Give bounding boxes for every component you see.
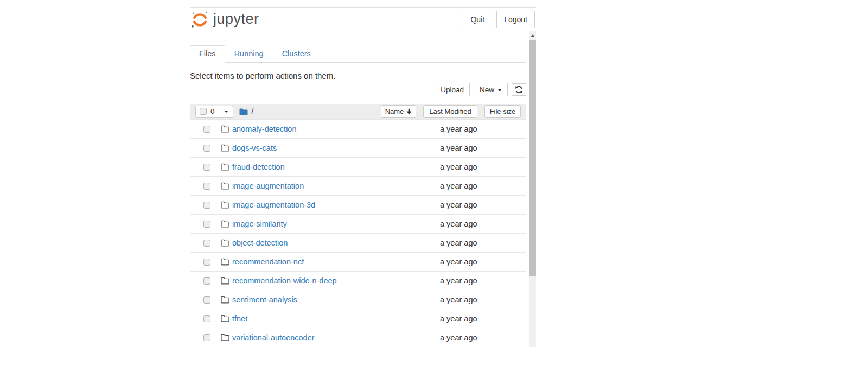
last-modified-value: a year ago (440, 219, 526, 228)
folder-icon (220, 258, 229, 266)
folder-icon (220, 239, 229, 247)
jupyter-tree-page: jupyter Quit Logout Files Running Cluste… (190, 7, 536, 347)
folder-link[interactable]: sentiment-analysis (232, 295, 440, 304)
sort-name-label: Name (385, 107, 404, 115)
file-row: image-similarity a year ago (190, 214, 526, 233)
arrow-down-icon (406, 108, 412, 115)
tab-clusters[interactable]: Clusters (273, 45, 320, 63)
main-content: Files Running Clusters Select items to p… (190, 31, 529, 347)
sort-last-modified-button[interactable]: Last Modified (423, 105, 477, 118)
folder-link[interactable]: image-augmentation (232, 182, 440, 190)
row-checkbox[interactable] (203, 240, 210, 247)
folder-link[interactable]: image-similarity (232, 219, 440, 228)
last-modified-value: a year ago (440, 201, 526, 209)
last-modified-value: a year ago (440, 238, 526, 247)
folder-link[interactable]: anomaly-detection (232, 125, 440, 133)
header-bar: jupyter Quit Logout (190, 8, 536, 31)
refresh-icon (515, 86, 523, 94)
breadcrumb-folder-icon[interactable] (239, 108, 248, 115)
folder-link[interactable]: object-detection (232, 238, 440, 247)
selected-count: 0 (210, 107, 214, 115)
tab-bar: Files Running Clusters (190, 44, 526, 63)
row-checkbox[interactable] (203, 183, 210, 190)
scroll-up-arrow-icon (531, 34, 534, 37)
scroll-area: Files Running Clusters Select items to p… (190, 31, 536, 347)
row-checkbox[interactable] (203, 259, 210, 266)
file-row: recommendation-ncf a year ago (190, 252, 526, 271)
refresh-button[interactable] (512, 83, 526, 96)
last-modified-value: a year ago (440, 276, 526, 285)
last-modified-value: a year ago (440, 125, 526, 133)
row-checkbox[interactable] (203, 164, 210, 171)
scrollbar-up-button[interactable] (529, 31, 536, 40)
breadcrumb-path[interactable]: / (251, 107, 253, 116)
jupyter-logo[interactable]: jupyter (190, 10, 259, 29)
select-filter-dropdown-button[interactable] (219, 106, 233, 118)
select-all-checkbox[interactable] (200, 108, 207, 115)
last-modified-value: a year ago (440, 182, 526, 190)
logo-text: jupyter (213, 11, 259, 28)
new-button-label: New (480, 85, 494, 94)
last-modified-value: a year ago (440, 314, 526, 323)
folder-link[interactable]: dogs-vs-cats (232, 144, 440, 152)
last-modified-value: a year ago (440, 257, 526, 266)
scrollbar-thumb[interactable] (529, 40, 536, 276)
folder-link[interactable]: fraud-detection (232, 163, 440, 171)
last-modified-value: a year ago (440, 163, 526, 171)
tab-running[interactable]: Running (225, 45, 273, 63)
file-list-header: 0 / Name (190, 104, 526, 119)
folder-link[interactable]: tfnet (232, 314, 440, 323)
row-checkbox[interactable] (203, 296, 210, 304)
file-list: 0 / Name (190, 104, 526, 347)
file-row: image-augmentation a year ago (190, 176, 526, 195)
sort-file-size-button[interactable]: File size (484, 105, 521, 118)
row-checkbox[interactable] (203, 202, 210, 209)
folder-link[interactable]: recommendation-wide-n-deep (232, 276, 440, 285)
row-checkbox[interactable] (203, 126, 210, 133)
upload-button[interactable]: Upload (435, 83, 470, 96)
row-checkbox[interactable] (203, 221, 210, 228)
folder-link[interactable]: variational-autoencoder (232, 333, 440, 342)
last-modified-value: a year ago (440, 333, 526, 342)
tab-files[interactable]: Files (190, 45, 225, 63)
folder-icon (220, 144, 229, 152)
header-buttons: Quit Logout (463, 11, 535, 28)
file-row: dogs-vs-cats a year ago (190, 138, 526, 157)
file-row: recommendation-wide-n-deep a year ago (190, 271, 526, 290)
folder-link[interactable]: image-augmentation-3d (232, 201, 440, 209)
folder-icon (220, 277, 229, 285)
select-group: 0 (195, 106, 233, 118)
sort-name-button[interactable]: Name (381, 105, 416, 118)
file-row: variational-autoencoder a year ago (190, 328, 526, 347)
select-all-control[interactable]: 0 (195, 106, 219, 118)
file-row: tfnet a year ago (190, 309, 526, 328)
folder-icon (220, 163, 229, 171)
scrollbar[interactable] (529, 31, 536, 347)
folder-icon (220, 220, 229, 228)
notice-text: Select items to perform actions on them. (190, 70, 526, 81)
file-row: image-augmentation-3d a year ago (190, 195, 526, 214)
folder-icon (220, 125, 229, 133)
folder-icon (220, 201, 229, 209)
caret-down-icon (224, 111, 228, 113)
folder-icon (220, 315, 229, 322)
logout-button[interactable]: Logout (496, 11, 535, 28)
row-checkbox[interactable] (203, 315, 210, 322)
row-checkbox[interactable] (203, 334, 210, 341)
toolbar: Upload New (190, 83, 526, 96)
row-checkbox[interactable] (203, 145, 210, 152)
folder-link[interactable]: recommendation-ncf (232, 257, 440, 266)
last-modified-value: a year ago (440, 295, 526, 304)
file-row: object-detection a year ago (190, 233, 526, 252)
quit-button[interactable]: Quit (463, 11, 492, 28)
folder-icon (220, 296, 229, 304)
last-modified-value: a year ago (440, 144, 526, 152)
file-row: anomaly-detection a year ago (190, 119, 526, 138)
new-dropdown-button[interactable]: New (474, 83, 508, 96)
folder-icon (220, 182, 229, 190)
file-row: sentiment-analysis a year ago (190, 290, 526, 309)
file-row: fraud-detection a year ago (190, 157, 526, 176)
row-checkbox[interactable] (203, 277, 210, 285)
jupyter-logo-icon (190, 10, 209, 29)
folder-icon (220, 334, 229, 341)
